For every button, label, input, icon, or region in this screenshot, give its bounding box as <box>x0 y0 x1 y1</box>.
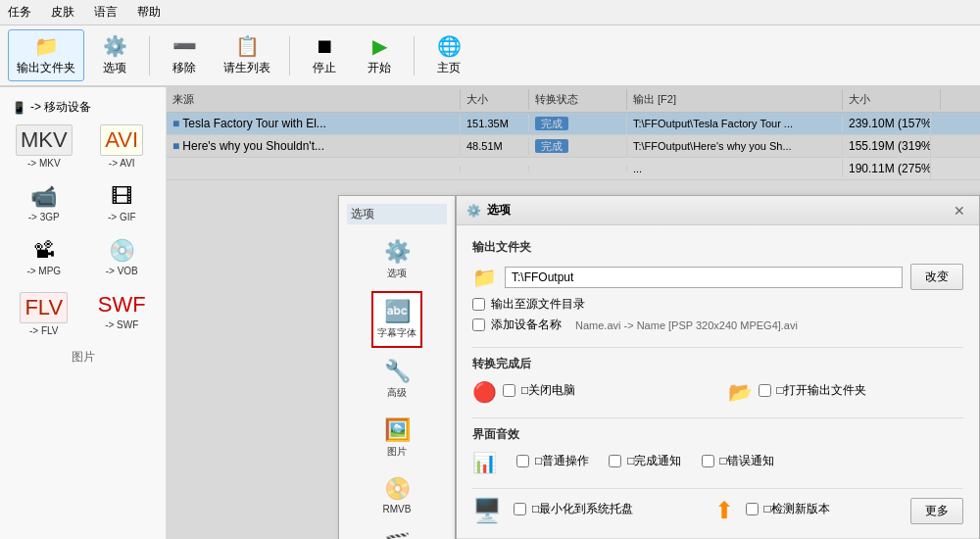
more-button[interactable]: 更多 <box>910 498 963 524</box>
shutdown-icon: 🔴 <box>472 380 497 404</box>
open-folder-icon: 📂 <box>728 380 753 404</box>
output-to-source-row: 输出至源文件目录 <box>472 296 963 313</box>
minimize-icon: 🖥️ <box>472 497 502 524</box>
options-nav-subtitle[interactable]: 🔤 字幕字体 <box>371 291 422 348</box>
sidebar-item-avi[interactable]: AVI -> AVI <box>86 120 159 173</box>
check-update-label: □检测新版本 <box>764 501 830 517</box>
home-icon: 🌐 <box>437 34 462 58</box>
options-rmvb-label: RMVB <box>383 504 412 514</box>
flv-icon: FLV <box>20 292 68 323</box>
mkv-icon: MKV <box>16 124 73 156</box>
sidebar: 📱 -> 移动设备 MKV -> MKV AVI -> AVI 📹 -> 3GP… <box>0 87 167 539</box>
options-general-label: 选项 <box>387 267 407 280</box>
toolbar-home-label: 主页 <box>437 60 461 76</box>
options-general-icon: ⚙️ <box>384 239 411 265</box>
error-notify-checkbox[interactable] <box>702 455 714 467</box>
minimize-row: □最小化到系统托盘 <box>514 501 633 517</box>
toolbar-stop-label: 停止 <box>313 60 336 76</box>
open-folder-col: 📂 □打开输出文件夹 <box>728 380 964 404</box>
change-folder-button[interactable]: 改变 <box>910 264 963 290</box>
toolbar-separator-2 <box>289 36 290 75</box>
normal-op-label: □普通操作 <box>535 453 589 469</box>
error-notify-row: □错误通知 <box>702 451 774 470</box>
sidebar-mpg-label: -> MPG <box>26 266 61 276</box>
add-device-name-row: 添加设备名称 Name.avi -> Name [PSP 320x240 MPE… <box>472 317 963 333</box>
dialog-title: ⚙️ 选项 <box>466 202 511 219</box>
toolbar-output-folder[interactable]: 📁 输出文件夹 <box>8 29 84 81</box>
menu-language[interactable]: 语言 <box>90 2 122 23</box>
folder-icon: 📁 <box>472 266 497 289</box>
options-image-icon: 🖼️ <box>384 417 411 443</box>
sidebar-item-gif[interactable]: 🎞 -> GIF <box>86 179 159 227</box>
update-arrow-icon: ⬆ <box>714 497 734 524</box>
minimize-checkbox[interactable] <box>514 503 526 515</box>
options-nav-advanced[interactable]: 🔧 高级 <box>379 352 416 407</box>
dialog-title-icon: ⚙️ <box>466 204 481 218</box>
check-update-row: □检测新版本 <box>746 501 830 517</box>
toolbar-home[interactable]: 🌐 主页 <box>424 29 473 81</box>
complete-notify-row: □完成通知 <box>609 451 681 470</box>
open-folder-checkbox[interactable] <box>759 384 771 397</box>
sidebar-item-mkv[interactable]: MKV -> MKV <box>8 120 80 173</box>
options-nav-panel: 选项 ⚙️ 选项 🔤 字幕字体 🔧 高级 🖼️ 图片 <box>338 195 456 539</box>
toolbar-remove[interactable]: ➖ 移除 <box>160 29 209 81</box>
toolbar-remove-label: 移除 <box>172 60 196 76</box>
toolbar-options[interactable]: ⚙️ 选项 <box>90 29 139 81</box>
sidebar-item-vob[interactable]: 💿 -> VOB <box>86 233 159 281</box>
menu-task[interactable]: 任务 <box>4 2 35 23</box>
shutdown-item: 🔴 □关闭电脑 <box>472 380 709 404</box>
normal-op-checkbox[interactable] <box>516 455 529 467</box>
name-example-text: Name.avi -> Name [PSP 320x240 MPEG4].avi <box>575 319 798 331</box>
output-folder-title: 输出文件夹 <box>472 239 963 256</box>
stop-icon: ⏹ <box>315 35 334 58</box>
options-nav-h264[interactable]: 🎬 H264 <box>379 525 416 539</box>
divider-2 <box>472 417 963 418</box>
shutdown-col: 🔴 □关闭电脑 <box>472 380 709 404</box>
sidebar-avi-label: -> AVI <box>109 158 135 169</box>
add-device-name-checkbox[interactable] <box>472 318 485 331</box>
sidebar-mobile-label: -> 移动设备 <box>30 99 91 116</box>
normal-op-row: □普通操作 <box>516 451 589 470</box>
open-folder-label: □打开输出文件夹 <box>777 382 866 399</box>
options-nav-rmvb[interactable]: 📀 RMVB <box>378 469 416 521</box>
dialog-close-button[interactable]: ✕ <box>950 203 969 219</box>
error-notify-label: □错误通知 <box>720 453 774 469</box>
menubar: 任务 皮肤 语言 帮助 <box>0 0 980 25</box>
shutdown-row: □关闭电脑 <box>503 382 575 399</box>
ui-sound-section: 界面音效 📊 □普通操作 □完成通知 <box>472 426 963 474</box>
complete-notify-checkbox[interactable] <box>609 455 621 467</box>
toolbar-separator-3 <box>414 36 415 75</box>
options-nav-general[interactable]: ⚙️ 选项 <box>379 232 416 287</box>
options-subtitle-label: 字幕字体 <box>377 326 416 340</box>
after-convert-title: 转换完成后 <box>472 356 963 372</box>
sidebar-3gp-label: -> 3GP <box>28 212 60 222</box>
menu-skin[interactable]: 皮肤 <box>47 2 78 23</box>
menu-help[interactable]: 帮助 <box>133 2 165 23</box>
after-convert-options: 🔴 □关闭电脑 📂 <box>472 380 963 404</box>
sidebar-item-3gp[interactable]: 📹 -> 3GP <box>8 179 80 227</box>
check-update-checkbox[interactable] <box>746 503 759 515</box>
toolbar-options-label: 选项 <box>103 60 126 76</box>
shutdown-checkbox[interactable] <box>503 384 515 397</box>
toolbar-start[interactable]: ▶ 开始 <box>355 29 404 81</box>
sidebar-item-flv[interactable]: FLV -> FLV <box>8 287 80 341</box>
chart-icon: 📊 <box>472 451 497 474</box>
dialog-body: 输出文件夹 📁 改变 输出至源文件目录 添加设备名称 Name.avi -> N… <box>457 225 979 538</box>
toolbar-clear-list[interactable]: 📋 请生列表 <box>215 29 279 81</box>
sidebar-item-mobile[interactable]: 📱 -> 移动设备 <box>8 95 158 120</box>
shutdown-label: □关闭电脑 <box>521 382 575 399</box>
sidebar-item-mpg[interactable]: 📽 -> MPG <box>8 233 80 281</box>
sidebar-item-swf[interactable]: SWF -> SWF <box>86 287 159 341</box>
output-folder-input[interactable] <box>505 267 903 288</box>
3gp-icon: 📹 <box>30 184 57 210</box>
dialog-titlebar: ⚙️ 选项 ✕ <box>457 196 979 225</box>
start-icon: ▶ <box>372 34 387 58</box>
divider-1 <box>472 347 963 348</box>
output-to-source-checkbox[interactable] <box>472 298 485 311</box>
options-nav-image[interactable]: 🖼️ 图片 <box>379 411 416 466</box>
toolbar-stop[interactable]: ⏹ 停止 <box>300 30 349 81</box>
divider-3 <box>472 488 963 489</box>
options-advanced-label: 高级 <box>387 386 407 400</box>
vob-icon: 💿 <box>109 238 135 264</box>
add-device-name-label: 添加设备名称 <box>491 317 562 333</box>
